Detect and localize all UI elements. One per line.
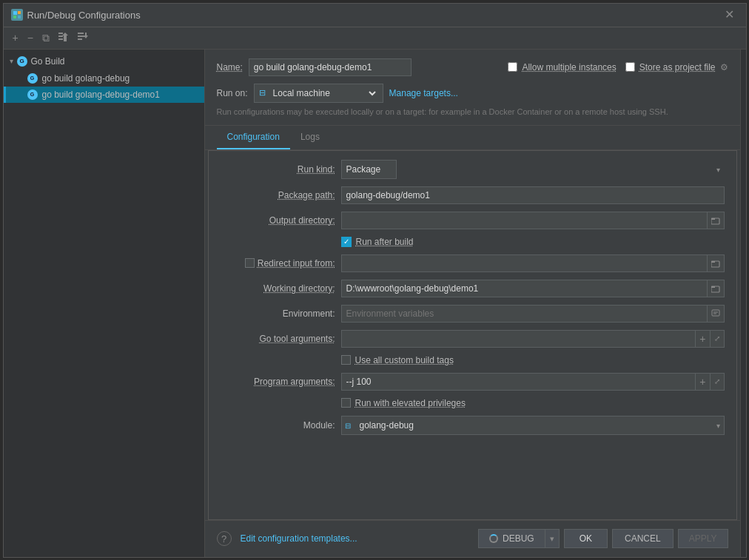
settings-icon[interactable]: ⚙ (720, 62, 728, 72)
go-tool-args-expand-button[interactable]: ⤢ (711, 330, 725, 348)
elevated-privileges-checkbox[interactable] (341, 398, 351, 408)
allow-multiple-group: Allow multiple instances (508, 62, 616, 72)
sidebar-item-golang-debug[interactable]: G go build golang-debug (4, 70, 204, 87)
edit-templates-link[interactable]: Edit configuration templates... (241, 533, 357, 544)
package-path-input[interactable] (341, 186, 725, 204)
debug-label: DEBUG (503, 533, 534, 544)
module-select-wrapper: ⊟ golang-debug (341, 416, 725, 435)
run-kind-label: Run kind: (221, 164, 335, 175)
allow-multiple-checkbox[interactable] (508, 62, 517, 72)
redirect-input-group (341, 254, 725, 272)
apply-button[interactable]: APPLY (678, 529, 728, 548)
remove-button[interactable]: − (24, 30, 36, 46)
redirect-input-row: Redirect input from: (221, 254, 725, 272)
go-build-group-icon: G (16, 55, 28, 67)
working-dir-row: Working directory: (221, 280, 725, 297)
name-input[interactable] (249, 58, 412, 76)
module-select[interactable]: golang-debug (341, 416, 725, 435)
sidebar-group-go-build[interactable]: ▾ G Go Build (4, 53, 204, 70)
title-bar-left: Run/Debug Configurations (11, 9, 141, 21)
tab-configuration[interactable]: Configuration (217, 126, 290, 149)
run-on-label: Run on: (217, 88, 248, 98)
environment-edit-button[interactable] (708, 305, 725, 323)
run-after-build-label[interactable]: Run after build (356, 237, 414, 247)
run-on-select[interactable]: ⊟ Local machine (254, 84, 383, 103)
header-row-run-on: Run on: ⊟ Local machine Manage targets..… (217, 84, 728, 103)
svg-rect-2 (13, 16, 16, 18)
module-label: Module: (221, 420, 335, 431)
program-args-label: Program arguments: (221, 377, 335, 387)
output-dir-input-group (341, 212, 725, 229)
environment-group (341, 305, 725, 323)
config-header: Name: Allow multiple instances (205, 50, 740, 126)
go-tool-args-add-button[interactable]: + (696, 330, 710, 348)
debug-spinner-icon (489, 534, 498, 543)
svg-rect-13 (711, 218, 715, 220)
svg-marker-11 (84, 33, 88, 38)
debug-button[interactable]: DEBUG (478, 529, 545, 548)
move-up-button[interactable] (56, 30, 72, 46)
svg-marker-7 (62, 33, 68, 41)
help-button[interactable]: ? (217, 531, 232, 546)
svg-rect-4 (58, 33, 63, 34)
local-machine-icon: ⊟ (259, 88, 266, 98)
ok-button[interactable]: OK (564, 529, 608, 548)
run-help-text: Run configurations may be executed local… (217, 107, 728, 116)
go-item-icon-2: G (27, 90, 38, 100)
footer-right: DEBUG ▾ OK CANCEL APPLY (478, 529, 728, 548)
environment-label: Environment: (221, 308, 335, 319)
cancel-button[interactable]: CANCEL (612, 529, 674, 548)
output-dir-row: Output directory: (221, 212, 725, 229)
svg-rect-15 (711, 261, 715, 263)
svg-rect-0 (13, 11, 17, 15)
run-after-build-checkbox[interactable]: ✓ (341, 237, 352, 247)
sort-button[interactable] (75, 30, 91, 46)
sidebar-item-golang-debug-demo1[interactable]: G go build golang-debug-demo1 (4, 87, 204, 103)
program-args-input[interactable] (341, 373, 696, 391)
manage-targets-link[interactable]: Manage targets... (389, 88, 458, 98)
go-tool-args-row: Go tool arguments: + ⤢ (221, 330, 725, 348)
program-args-group: + ⤢ (341, 373, 725, 391)
redirect-browse-button[interactable] (708, 254, 725, 272)
add-button[interactable]: + (10, 30, 21, 46)
run-after-build-row: ✓ Run after build (221, 237, 725, 247)
elevated-privileges-row: Run with elevated privileges (221, 398, 725, 408)
config-body: Run kind: Package Package path: (208, 150, 737, 520)
close-button[interactable]: ✕ (720, 7, 739, 22)
run-debug-dialog: Run/Debug Configurations ✕ + − ⧉ (3, 3, 747, 558)
program-args-expand-button[interactable]: ⤢ (711, 373, 725, 391)
custom-build-tags-row: Use all custom build tags (221, 355, 725, 365)
working-dir-input[interactable] (341, 280, 708, 297)
copy-button[interactable]: ⧉ (39, 30, 53, 47)
go-item-icon-1: G (27, 73, 38, 84)
store-project-checkbox[interactable] (625, 62, 635, 72)
redirect-input-checkbox[interactable] (245, 258, 255, 268)
go-tool-args-input[interactable] (341, 330, 696, 348)
svg-rect-3 (18, 16, 21, 18)
footer: ? Edit configuration templates... DEBUG … (205, 520, 740, 557)
dialog-title: Run/Debug Configurations (27, 10, 141, 21)
run-on-dropdown[interactable]: Local machine (270, 87, 378, 99)
custom-build-tags-checkbox[interactable] (341, 355, 351, 365)
debug-button-wrapper: DEBUG ▾ (478, 529, 560, 548)
run-kind-select[interactable]: Package (341, 160, 397, 179)
svg-rect-10 (78, 38, 82, 40)
program-args-add-button[interactable]: + (696, 373, 710, 391)
elevated-privileges-label[interactable]: Run with elevated privileges (355, 398, 466, 408)
output-dir-browse-button[interactable] (708, 212, 725, 229)
output-dir-input[interactable] (341, 212, 708, 229)
environment-input[interactable] (341, 305, 708, 323)
tab-logs[interactable]: Logs (290, 126, 330, 149)
store-project-label[interactable]: Store as project file (639, 62, 716, 72)
redirect-input-input[interactable] (341, 254, 708, 272)
header-row-name: Name: Allow multiple instances (217, 58, 728, 76)
tabs: Configuration Logs (205, 126, 740, 150)
toolbar: + − ⧉ (4, 27, 746, 50)
custom-build-tags-label[interactable]: Use all custom build tags (355, 355, 454, 365)
allow-multiple-label[interactable]: Allow multiple instances (522, 62, 616, 72)
working-dir-browse-button[interactable] (708, 280, 725, 297)
footer-left: ? Edit configuration templates... (217, 531, 357, 546)
name-label: Name: (217, 62, 243, 72)
debug-dropdown-button[interactable]: ▾ (545, 529, 560, 548)
svg-rect-8 (78, 33, 84, 34)
